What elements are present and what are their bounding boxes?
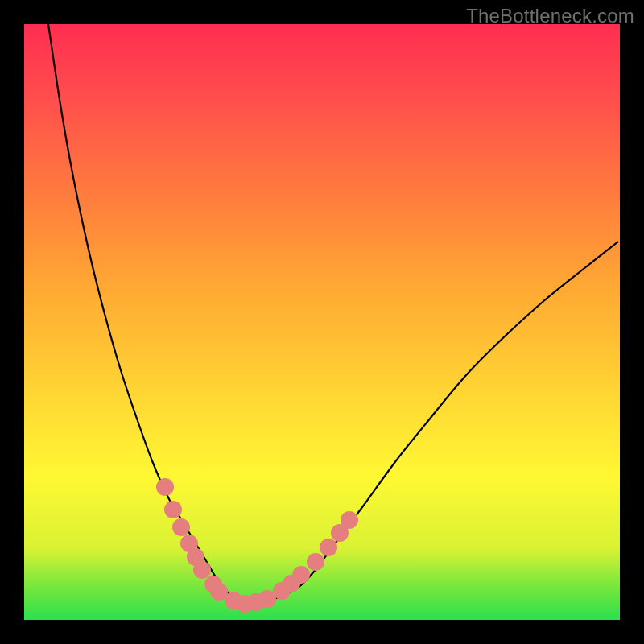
marker-segment-left-mid [193,561,211,579]
bottleneck-curve [48,24,618,604]
marker-segment-right-low [292,566,310,584]
marker-segment-left-upper [172,518,190,536]
watermark-text: TheBottleneck.com [466,5,634,27]
marker-dots [156,478,358,613]
marker-segment-right-upper [341,511,358,529]
marker-segment-right-upper [307,553,324,571]
marker-segment-left-upper [156,478,174,496]
marker-segment-right-upper [320,539,337,556]
chart-svg [24,24,620,620]
chart-area [24,24,620,620]
marker-segment-left-upper [164,501,182,518]
